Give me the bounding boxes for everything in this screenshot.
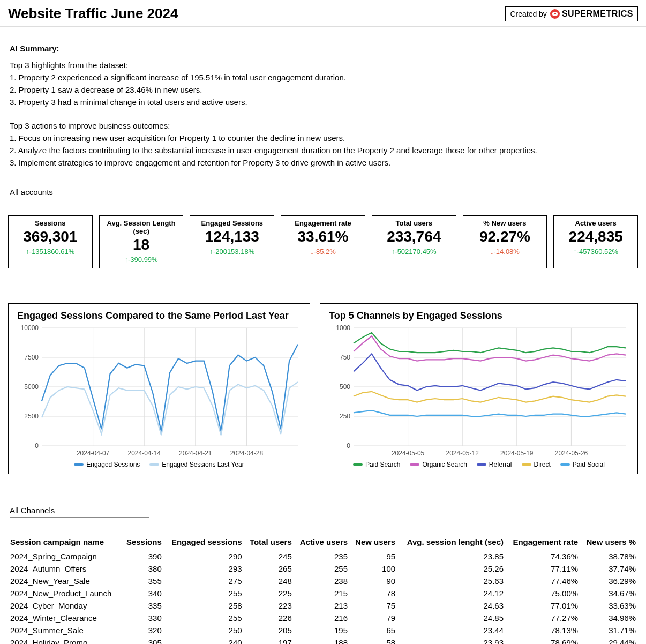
svg-text:0: 0 bbox=[35, 442, 39, 450]
table-cell: 340 bbox=[122, 587, 164, 600]
kpi-card: Engagement rate33.61%↓-85.2% bbox=[281, 215, 365, 268]
kpi-label: Sessions bbox=[11, 219, 90, 227]
chart-top-channels: Top 5 Channels by Engaged Sessions 02505… bbox=[320, 303, 638, 474]
kpi-value: 124,133 bbox=[192, 228, 272, 245]
supermetrics-logo: SUPERMETRICS bbox=[550, 9, 633, 19]
table-cell: 23.44 bbox=[397, 624, 506, 636]
table-cell: 74.36% bbox=[506, 550, 580, 563]
kpi-card: Total users233,764↑-502170.45% bbox=[372, 215, 456, 268]
kpi-row: Sessions369,301↑-1351860.61%Avg. Session… bbox=[0, 199, 646, 274]
kpi-card: Avg. Session Length (sec)18↑-390.99% bbox=[99, 215, 184, 268]
chart-svg-1: 0250050007500100002024-04-072024-04-1420… bbox=[17, 325, 301, 459]
svg-text:1000: 1000 bbox=[336, 325, 350, 332]
svg-text:2024-05-12: 2024-05-12 bbox=[446, 450, 479, 457]
campaign-table: Session campaign nameSessionsEngaged ses… bbox=[8, 534, 638, 644]
kpi-delta: ↓-14.08% bbox=[465, 248, 545, 256]
table-cell: 90 bbox=[350, 575, 397, 587]
svg-text:2024-05-19: 2024-05-19 bbox=[500, 450, 534, 457]
ai-summary-label: AI Summary: bbox=[10, 43, 636, 54]
highlight-1: 1. Property 2 experienced a significant … bbox=[10, 72, 636, 83]
table-header-cell: New users bbox=[350, 534, 397, 550]
table-row: 2024_New_Year_Sale3552752482389025.6377.… bbox=[8, 575, 638, 587]
svg-text:2500: 2500 bbox=[24, 413, 39, 420]
table-header-cell: Total users bbox=[244, 534, 294, 550]
table-cell: 2024_Summer_Sale bbox=[8, 624, 122, 636]
svg-text:10000: 10000 bbox=[21, 325, 39, 332]
legend-item: Organic Search bbox=[410, 461, 467, 468]
accounts-filter[interactable]: All accounts bbox=[10, 185, 149, 199]
table-cell: 248 bbox=[244, 575, 294, 587]
kpi-value: 92.27% bbox=[465, 228, 545, 245]
table-cell: 205 bbox=[244, 624, 294, 636]
table-cell: 2024_Spring_Campaign bbox=[8, 550, 122, 563]
table-cell: 23.93 bbox=[397, 636, 506, 644]
ai-summary: AI Summary: Top 3 highlights from the da… bbox=[0, 27, 646, 175]
table-header-cell: Engaged sessions bbox=[164, 534, 244, 550]
table-cell: 2024_Cyber_Monday bbox=[8, 600, 122, 612]
table-header-cell: Engagement rate bbox=[506, 534, 580, 550]
created-by-badge: Created by SUPERMETRICS bbox=[505, 6, 638, 21]
kpi-value: 33.61% bbox=[283, 228, 363, 245]
table-cell: 390 bbox=[122, 550, 164, 563]
accounts-filter-section: All accounts bbox=[0, 175, 646, 199]
table-cell: 77.11% bbox=[506, 563, 580, 575]
table-row: 2024_Autumn_Offers38029326525510025.2677… bbox=[8, 563, 638, 575]
kpi-delta: ↑-390.99% bbox=[102, 256, 181, 264]
table-cell: 215 bbox=[294, 587, 350, 600]
svg-text:750: 750 bbox=[340, 354, 350, 361]
table-row: 2024_Winter_Clearance3302552262167924.85… bbox=[8, 612, 638, 624]
channels-filter-section: All Channels bbox=[0, 480, 646, 518]
svg-text:0: 0 bbox=[347, 442, 350, 450]
table-cell: 77.01% bbox=[506, 600, 580, 612]
kpi-delta: ↑-502170.45% bbox=[374, 248, 454, 256]
table-cell: 330 bbox=[122, 612, 164, 624]
table-cell: 38.78% bbox=[580, 550, 638, 563]
table-cell: 195 bbox=[294, 624, 350, 636]
table-cell: 34.96% bbox=[580, 612, 638, 624]
table-cell: 100 bbox=[350, 563, 397, 575]
table-cell: 37.74% bbox=[580, 563, 638, 575]
table-cell: 290 bbox=[164, 550, 244, 563]
table-cell: 235 bbox=[294, 550, 350, 563]
chart-legend-1: Engaged SessionsEngaged Sessions Last Ye… bbox=[17, 461, 301, 468]
table-cell: 65 bbox=[350, 624, 397, 636]
table-cell: 29.44% bbox=[580, 636, 638, 644]
table-header-cell: Avg. session lenght (sec) bbox=[397, 534, 506, 550]
table-body: 2024_Spring_Campaign3902902452359523.857… bbox=[8, 550, 638, 645]
table-cell: 77.46% bbox=[506, 575, 580, 587]
svg-text:500: 500 bbox=[340, 383, 350, 391]
chart-legend-2: Paid SearchOrganic SearchReferralDirectP… bbox=[329, 461, 629, 468]
table-cell: 31.71% bbox=[580, 624, 638, 636]
table-cell: 355 bbox=[122, 575, 164, 587]
table-row: 2024_Spring_Campaign3902902452359523.857… bbox=[8, 550, 638, 563]
table-cell: 188 bbox=[294, 636, 350, 644]
table-cell: 255 bbox=[164, 587, 244, 600]
kpi-label: Avg. Session Length (sec) bbox=[102, 219, 181, 235]
table-cell: 34.67% bbox=[580, 587, 638, 600]
kpi-card: Engaged Sessions124,133↑-200153.18% bbox=[190, 215, 274, 268]
channels-filter[interactable]: All Channels bbox=[10, 504, 149, 518]
table-cell: 78.69% bbox=[506, 636, 580, 644]
svg-text:2024-04-07: 2024-04-07 bbox=[77, 450, 110, 457]
kpi-label: Engagement rate bbox=[283, 219, 363, 227]
svg-text:2024-04-14: 2024-04-14 bbox=[128, 450, 161, 457]
supermetrics-icon bbox=[550, 9, 560, 19]
action-1: 1. Focus on increasing new user acquisit… bbox=[10, 132, 636, 144]
table-cell: 77.27% bbox=[506, 612, 580, 624]
legend-item: Engaged Sessions Last Year bbox=[149, 461, 244, 468]
table-cell: 245 bbox=[244, 550, 294, 563]
table-cell: 75 bbox=[350, 600, 397, 612]
kpi-label: Engaged Sessions bbox=[192, 219, 272, 227]
table-cell: 75.00% bbox=[506, 587, 580, 600]
highlights-heading: Top 3 highlights from the dataset: bbox=[10, 59, 636, 71]
table-cell: 275 bbox=[164, 575, 244, 587]
table-cell: 225 bbox=[244, 587, 294, 600]
table-cell: 226 bbox=[244, 612, 294, 624]
kpi-delta: ↑-1351860.61% bbox=[11, 248, 90, 256]
highlight-3: 3. Property 3 had a minimal change in to… bbox=[10, 96, 636, 108]
table-row: 2024_Summer_Sale3202502051956523.4478.13… bbox=[8, 624, 638, 636]
actions-heading: Top 3 actions to improve business outcom… bbox=[10, 120, 636, 131]
table-cell: 78.13% bbox=[506, 624, 580, 636]
header: Website Traffic June 2024 Created by SUP… bbox=[0, 0, 646, 27]
table-cell: 78 bbox=[350, 587, 397, 600]
